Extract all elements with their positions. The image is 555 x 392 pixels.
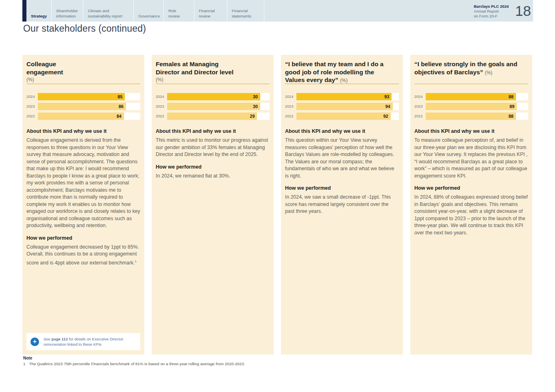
how-we-performed-text: In 2024, we remained flat at 30%. (156, 173, 270, 180)
bar-value: 30 (253, 94, 258, 99)
about-kpi-section: About this KPI and why we use it To meas… (414, 128, 528, 180)
bar-track: 86 (38, 103, 140, 110)
bar-value: 86 (119, 104, 124, 109)
bar-row: 2024 88 (414, 93, 528, 100)
bar-year-label: 2023 (414, 104, 424, 108)
tab-risk-review[interactable]: Risk review (164, 0, 194, 22)
note-item-text: The Qualtrics 2023 75th percentile Finan… (29, 362, 245, 366)
bar-row: 2023 94 (285, 103, 399, 110)
active-tab-accent-bar (22, 0, 26, 22)
how-we-performed-section: How we performed In 2024, we remained fl… (156, 164, 270, 180)
bar-year-label: 2022 (156, 114, 165, 118)
about-kpi-heading: About this KPI and why we use it (26, 128, 140, 134)
bar: 84 (38, 113, 124, 120)
bar-track: 92 (296, 113, 399, 120)
bar-track: 89 (426, 103, 528, 110)
how-we-performed-section: How we performed In 2024, we saw a small… (285, 185, 399, 215)
about-kpi-text: This metric is used to monitor our progr… (156, 137, 270, 158)
bar-track: 88 (426, 113, 528, 120)
unit-label: (%) (26, 77, 140, 84)
cross-reference-text: See page 112 for details on Executive Di… (44, 336, 136, 347)
bar-row: 2023 30 (156, 103, 270, 110)
bar-value: 92 (383, 114, 388, 119)
bar: 29 (167, 113, 257, 120)
footnotes: Note 1 The Qualtrics 2023 75th percentil… (23, 356, 245, 366)
unit-label: (%) (156, 77, 270, 84)
bar-track: 88 (426, 93, 528, 100)
bar-value: 94 (385, 104, 390, 109)
card-header: Colleagueengagement (%) (26, 60, 140, 84)
bar-year-label: 2022 (414, 114, 424, 118)
card-title: Colleagueengagement (26, 60, 140, 76)
how-we-performed-text: In 2024, 88% of colleagues expressed str… (414, 194, 528, 236)
note-item-number: 1 (23, 362, 25, 366)
card-header: “I believe strongly in the goals andobje… (414, 60, 528, 84)
footnote-marker: 1 (135, 260, 137, 263)
about-kpi-text: Colleague engagement is derived from the… (26, 137, 140, 230)
bar-row: 2022 29 (156, 113, 270, 120)
bar-value: 29 (250, 114, 255, 119)
tab-financial-review[interactable]: Financial review (194, 0, 227, 22)
tab-strategy[interactable]: Strategy (26, 0, 52, 22)
bar-year-label: 2023 (156, 104, 165, 108)
bar-track: 84 (38, 113, 140, 120)
bar-value: 89 (509, 104, 514, 109)
report-subtitle-line: Annual Report (474, 9, 509, 14)
bar: 30 (167, 103, 260, 110)
bar: 86 (38, 103, 126, 110)
bar-value: 30 (253, 104, 258, 109)
bar-chart: 2024 93 2023 94 2022 92 (285, 93, 399, 120)
bar: 89 (426, 103, 517, 110)
bar-year-label: 2022 (26, 114, 36, 118)
page-112-cross-reference-link[interactable]: + See page 112 for details on Executive … (26, 333, 140, 350)
bar-track: 30 (167, 93, 270, 100)
bar: 92 (296, 113, 391, 120)
page-title: Our stakeholders (continued) (23, 23, 146, 34)
bar-year-label: 2023 (285, 104, 295, 108)
tab-governance[interactable]: Governance (134, 0, 164, 22)
card-title: Females at ManagingDirector and Director… (156, 60, 270, 76)
bar-row: 2023 86 (26, 103, 140, 110)
bar-track: 93 (296, 93, 399, 100)
bar-value: 88 (509, 94, 514, 99)
bar: 94 (296, 103, 393, 110)
note-heading: Note (23, 356, 245, 360)
bar-row: 2022 92 (285, 113, 399, 120)
report-name: Barclays PLC 2024 (474, 4, 509, 9)
bar-track: 94 (296, 103, 399, 110)
bar-year-label: 2024 (26, 95, 36, 99)
bar-year-label: 2023 (26, 104, 36, 108)
header-meta-block: Barclays PLC 2024 Annual Report on Form … (474, 0, 533, 22)
card-header: Females at ManagingDirector and Director… (156, 60, 270, 84)
tab-shareholder-information[interactable]: Shareholder information (52, 0, 83, 22)
bar-value: 85 (118, 94, 122, 99)
unit-label: (%) (340, 78, 348, 83)
bar-chart: 2024 85 2023 86 2022 84 (26, 93, 140, 120)
how-we-performed-heading: How we performed (156, 164, 270, 170)
how-we-performed-text: Colleague engagement decreased by 1ppt t… (26, 244, 140, 267)
about-kpi-heading: About this KPI and why we use it (285, 128, 399, 134)
about-kpi-text: To measure colleague perception of, and … (414, 137, 528, 180)
bar-chart: 2024 88 2023 89 2022 88 (414, 93, 528, 120)
bar-row: 2023 89 (414, 103, 528, 110)
kpi-card-colleague-engagement: Colleagueengagement (%) 2024 85 2023 86 … (22, 55, 144, 355)
page-number: 18 (509, 3, 531, 19)
about-kpi-section: About this KPI and why we use it This me… (156, 128, 270, 158)
unit-label: (%) (485, 70, 492, 76)
report-subtitle-line: on Form 20-F (474, 14, 509, 19)
how-we-performed-section: How we performed In 2024, 88% of colleag… (414, 185, 528, 236)
kpi-cards-row: Colleagueengagement (%) 2024 85 2023 86 … (22, 55, 532, 355)
bar-chart: 2024 30 2023 30 2022 29 (156, 93, 270, 120)
bar: 85 (38, 93, 125, 100)
bar-value: 88 (509, 114, 514, 119)
plus-icon: + (30, 338, 39, 346)
about-kpi-section: About this KPI and why we use it Colleag… (26, 128, 140, 230)
tab-climate-and-sustainability-report[interactable]: Climate and sustainability report (83, 0, 134, 22)
how-we-performed-text: In 2024, we saw a small decrease of -1pp… (285, 194, 399, 215)
kpi-card-role-modelling-values: “I believe that my team and I do agood j… (281, 55, 403, 355)
bar: 88 (426, 93, 516, 100)
how-we-performed-heading: How we performed (26, 235, 140, 241)
card-title: “I believe that my team and I do agood j… (285, 60, 399, 85)
bar-track: 30 (167, 103, 270, 110)
tab-financial-statements[interactable]: Financial statements (227, 0, 264, 22)
